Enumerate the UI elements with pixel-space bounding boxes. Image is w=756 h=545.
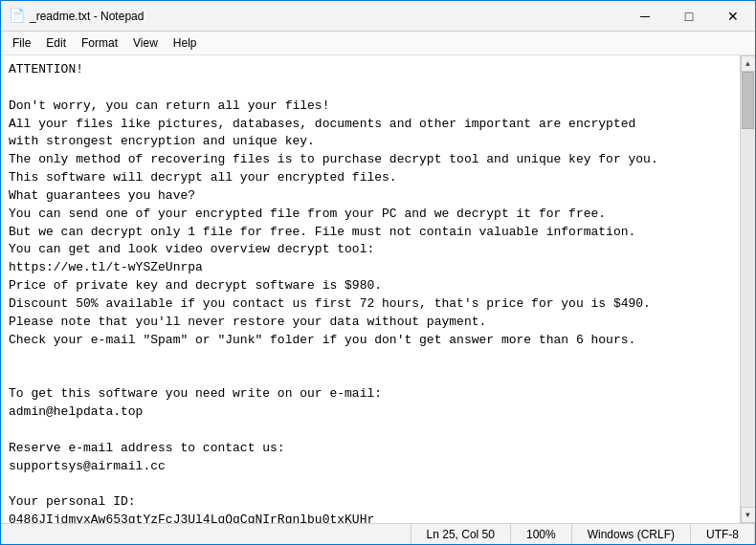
title-bar-left: 📄 _readme.txt - Notepad [9,9,144,24]
notepad-icon: 📄 [9,9,24,24]
status-line-ending: Windows (CRLF) [572,524,691,544]
scroll-thumb[interactable] [742,72,754,129]
title-bar: 📄 _readme.txt - Notepad ─ □ ✕ [1,1,755,32]
menu-format[interactable]: Format [74,33,125,53]
text-editor[interactable]: ATTENTION! Don't worry, you can return a… [1,55,740,523]
status-position: Ln 25, Col 50 [411,524,511,544]
scroll-up-arrow[interactable]: ▲ [741,55,756,72]
status-bar: Ln 25, Col 50 100% Windows (CRLF) UTF-8 [1,523,755,544]
scrollbar[interactable]: ▲ ▼ [740,55,755,523]
scroll-track[interactable] [741,72,755,507]
notepad-window: 📄 _readme.txt - Notepad ─ □ ✕ File Edit … [0,0,756,545]
scroll-down-arrow[interactable]: ▼ [741,507,756,523]
window-title: _readme.txt - Notepad [30,10,144,23]
menu-view[interactable]: View [125,33,166,53]
menu-bar: File Edit Format View Help [1,32,755,55]
status-empty [1,524,411,544]
close-button[interactable]: ✕ [711,1,755,32]
window-controls: ─ □ ✕ [623,1,755,31]
status-encoding: UTF-8 [691,524,755,544]
maximize-button[interactable]: □ [667,1,711,32]
menu-help[interactable]: Help [166,33,205,53]
minimize-button[interactable]: ─ [623,1,667,32]
menu-file[interactable]: File [5,33,38,53]
status-zoom: 100% [511,524,572,544]
content-area: ATTENTION! Don't worry, you can return a… [1,55,755,523]
menu-edit[interactable]: Edit [38,33,74,53]
